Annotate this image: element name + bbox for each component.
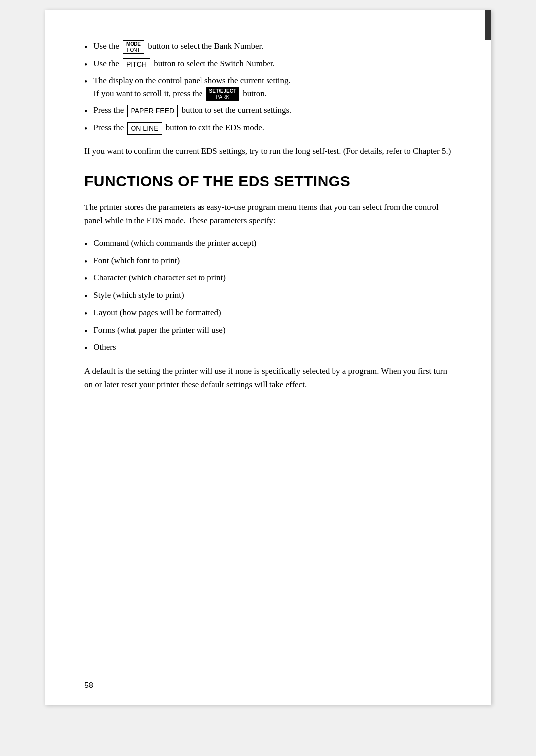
bullet-prefix: Press the — [93, 123, 126, 132]
list-item: • Press the PAPER FEED button to set the… — [84, 104, 452, 118]
list-item: • Command (which commands the printer ac… — [84, 237, 452, 251]
page-footer: 58 — [84, 681, 93, 690]
list-item: • Use the MODE FONT button to select the… — [84, 40, 452, 54]
bullet-text: Press the ON LINE button to exit the EDS… — [93, 121, 264, 135]
button-bot-label: FONT — [126, 47, 141, 53]
bullet-text: Command (which commands the printer acce… — [93, 237, 256, 250]
bullet-line2-suffix: button. — [243, 89, 267, 98]
list-item: • Character (which character set to prin… — [84, 272, 452, 286]
bullet-prefix: Use the — [93, 59, 121, 68]
list-item: • Press the ON LINE button to exit the E… — [84, 121, 452, 136]
bullet-text: Forms (what paper the printer will use) — [93, 324, 225, 337]
bullet-line1: The display on the control panel shows t… — [93, 76, 291, 85]
paragraph-functions-intro: The printer stores the parameters as eas… — [84, 201, 452, 227]
bullet-suffix: button to set the current settings. — [181, 105, 291, 115]
bullet-suffix: button to select the Switch Number. — [154, 59, 275, 68]
paragraph-eds-confirm: If you want to confirm the current EDS s… — [84, 144, 452, 158]
list-item: • Others — [84, 341, 452, 355]
bullet-dot: • — [84, 273, 87, 286]
bullet-text: Others — [93, 341, 116, 354]
bullet-prefix: Press the — [93, 105, 126, 115]
top-bullet-list: • Use the MODE FONT button to select the… — [84, 40, 452, 136]
bullet-dot: • — [84, 41, 87, 54]
bullet-dot: • — [84, 325, 87, 338]
button-bot-label: PARK — [209, 94, 236, 100]
on-line-button: ON LINE — [127, 122, 162, 135]
list-item: • Forms (what paper the printer will use… — [84, 324, 452, 338]
bullet-dot: • — [84, 58, 87, 71]
bullet-text: The display on the control panel shows t… — [93, 74, 291, 101]
set-eject-park-button: SET/EJECT PARK — [206, 87, 239, 101]
list-item: • Use the PITCH button to select the Swi… — [84, 57, 452, 71]
bullet-text: Font (which font to print) — [93, 254, 180, 267]
bullet-dot: • — [84, 238, 87, 251]
paper-feed-button: PAPER FEED — [127, 105, 178, 117]
bullet-suffix: button to select the Bank Number. — [148, 41, 263, 51]
bullet-dot: • — [84, 307, 87, 321]
bullet-dot: • — [84, 255, 87, 269]
paragraph-default-info: A default is the setting the printer wil… — [84, 364, 452, 391]
button-top-label: MODE — [126, 41, 141, 47]
bullet-text: Use the MODE FONT button to select the B… — [93, 40, 263, 54]
bullet-dot: • — [84, 105, 87, 118]
bullet-dot: • — [84, 75, 87, 89]
bullet-text: Press the PAPER FEED button to set the c… — [93, 104, 291, 117]
page: • Use the MODE FONT button to select the… — [45, 10, 491, 705]
bullet-dot: • — [84, 342, 87, 355]
pitch-button: PITCH — [123, 58, 150, 70]
bullet-text: Layout (how pages will be formatted) — [93, 306, 221, 319]
functions-bullet-list: • Command (which commands the printer ac… — [84, 237, 452, 355]
list-item: • The display on the control panel shows… — [84, 74, 452, 101]
bullet-suffix: button to exit the EDS mode. — [166, 123, 264, 132]
list-item: • Layout (how pages will be formatted) — [84, 306, 452, 321]
mode-font-button: MODE FONT — [123, 40, 144, 54]
section-heading: FUNCTIONS OF THE EDS SETTINGS — [84, 173, 452, 190]
bullet-text: Style (which style to print) — [93, 289, 184, 302]
bullet-prefix: Use the — [93, 41, 121, 51]
page-number: 58 — [84, 681, 93, 689]
scrollbar[interactable] — [485, 10, 491, 40]
button-top-label: SET/EJECT — [209, 88, 236, 94]
bullet-text: Use the PITCH button to select the Switc… — [93, 57, 275, 70]
bullet-dot: • — [84, 122, 87, 136]
list-item: • Font (which font to print) — [84, 254, 452, 269]
list-item: • Style (which style to print) — [84, 289, 452, 303]
bullet-text: Character (which character set to print) — [93, 272, 226, 284]
bullet-line2: If you want to scroll it, press the — [93, 89, 204, 98]
bullet-dot: • — [84, 290, 87, 303]
